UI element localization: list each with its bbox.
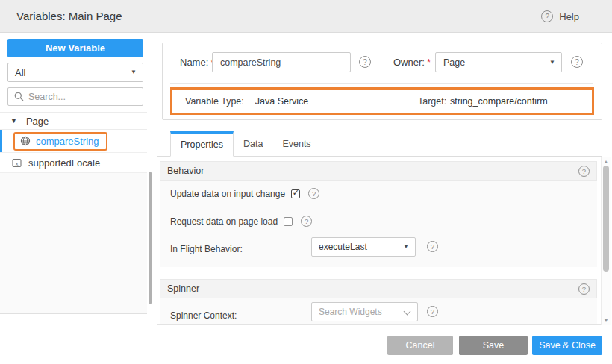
- tree-item-label: supportedLocale: [28, 157, 100, 169]
- behavior-title: Behavior: [167, 166, 204, 176]
- spinner-help-icon[interactable]: ?: [578, 283, 590, 295]
- divider: [170, 83, 593, 84]
- behavior-help-icon[interactable]: ?: [578, 166, 590, 177]
- static-variable-icon: x: [12, 158, 22, 168]
- variable-filter-value: All: [15, 67, 25, 78]
- owner-help-icon[interactable]: ?: [571, 56, 583, 68]
- properties-panel: Behavior ? Update data on input change ?…: [157, 157, 601, 325]
- search-icon: [14, 92, 24, 101]
- help-question-icon: ?: [541, 10, 553, 22]
- update-data-label: Update data on input change: [170, 189, 285, 199]
- save-button[interactable]: Save: [459, 336, 528, 355]
- inflight-label: In Flight Behavior:: [170, 244, 243, 254]
- spinner-title: Spinner: [167, 283, 199, 294]
- tab-data[interactable]: Data: [234, 131, 272, 156]
- owner-select[interactable]: Page: [435, 52, 562, 72]
- update-data-row: Update data on input change ?: [170, 188, 319, 199]
- caret-down-icon: [403, 244, 409, 250]
- name-label: Name:*: [180, 57, 214, 68]
- sidebar-empty-area: [0, 173, 147, 313]
- update-data-checkbox[interactable]: [291, 189, 300, 198]
- service-variable-icon: [20, 136, 31, 146]
- spinner-section: Spinner ? Spinner Context: Search Widget…: [160, 279, 597, 325]
- tree-item-label: compareString: [36, 136, 99, 147]
- spinner-section-header: Spinner ?: [160, 279, 597, 298]
- variable-type-highlight-box: Variable Type: Java Service Target: stri…: [170, 87, 594, 115]
- tree-item-supportedlocale[interactable]: x supportedLocale: [0, 153, 147, 173]
- spinner-context-select[interactable]: Search Widgets: [311, 302, 418, 321]
- scrollbar-down-icon[interactable]: [602, 318, 611, 323]
- tab-bar: Properties Data Events: [157, 131, 602, 157]
- request-data-row: Request data on page load ?: [170, 216, 312, 227]
- behavior-section: Behavior ? Update data on input change ?…: [160, 161, 597, 267]
- sidebar-scrollbar-thumb[interactable]: [149, 172, 152, 304]
- help-label: Help: [559, 11, 579, 22]
- save-close-button[interactable]: Save & Close: [532, 336, 602, 355]
- inflight-value: executeLast: [319, 242, 367, 252]
- required-asterisk: *: [427, 57, 431, 68]
- spinner-section-body: Spinner Context: Search Widgets ?: [160, 298, 597, 325]
- spinner-context-help-icon[interactable]: ?: [427, 306, 438, 317]
- variables-dialog: Variables: Main Page ? Help New Variable…: [0, 0, 612, 364]
- properties-scrollbar[interactable]: [601, 157, 611, 325]
- dialog-header: Variables: Main Page ? Help: [0, 0, 612, 33]
- chevron-down-icon: [404, 308, 411, 316]
- owner-label: Owner:*: [393, 57, 431, 68]
- tree-group-page[interactable]: Page: [0, 112, 147, 130]
- scrollbar-thumb[interactable]: [603, 166, 609, 272]
- caret-down-icon: [549, 60, 555, 66]
- target-value: string_compare/confirm: [450, 96, 548, 107]
- help-button[interactable]: ? Help: [541, 0, 579, 33]
- cancel-button[interactable]: Cancel: [387, 336, 453, 355]
- spinner-context-placeholder: Search Widgets: [319, 307, 382, 317]
- request-data-help-icon[interactable]: ?: [301, 216, 312, 227]
- variable-summary-card: Name:* ? Owner:* Page ? Variable Type: J…: [162, 43, 602, 120]
- search-input[interactable]: [28, 92, 137, 102]
- request-data-label: Request data on page load: [170, 216, 278, 227]
- request-data-checkbox[interactable]: [284, 217, 293, 226]
- target-label: Target:: [418, 96, 446, 107]
- behavior-section-header: Behavior ?: [160, 161, 597, 181]
- variables-sidebar: New Variable All Page: [0, 33, 147, 314]
- tab-properties[interactable]: Properties: [170, 131, 234, 157]
- tree-group-label: Page: [26, 116, 49, 127]
- owner-value: Page: [443, 57, 465, 68]
- inflight-help-icon[interactable]: ?: [427, 241, 438, 252]
- caret-down-icon: [131, 69, 137, 75]
- selected-indicator: [0, 130, 2, 152]
- new-variable-button[interactable]: New Variable: [7, 39, 143, 57]
- chevron-down-icon[interactable]: [10, 118, 17, 125]
- inflight-row: In Flight Behavior:: [170, 239, 243, 259]
- tree-item-comparestring[interactable]: compareString: [0, 130, 147, 153]
- spinner-context-row: Spinner Context:: [170, 306, 237, 325]
- name-input[interactable]: [212, 52, 351, 72]
- highlight-outline: compareString: [13, 132, 107, 151]
- name-help-icon[interactable]: ?: [359, 56, 371, 68]
- inflight-select[interactable]: executeLast: [311, 237, 416, 257]
- spinner-context-label: Spinner Context:: [170, 310, 237, 321]
- page-title: Variables: Main Page: [16, 0, 122, 33]
- variable-type-value: Java Service: [255, 96, 309, 107]
- svg-text:x: x: [16, 160, 19, 166]
- variable-type-label: Variable Type:: [185, 96, 244, 107]
- sidebar-search: [7, 87, 143, 106]
- scrollbar-up-icon[interactable]: [602, 159, 611, 164]
- behavior-section-body: Update data on input change ? Request da…: [160, 181, 597, 267]
- tab-events[interactable]: Events: [272, 131, 320, 156]
- variable-filter-select[interactable]: All: [7, 63, 143, 82]
- update-data-help-icon[interactable]: ?: [308, 188, 319, 199]
